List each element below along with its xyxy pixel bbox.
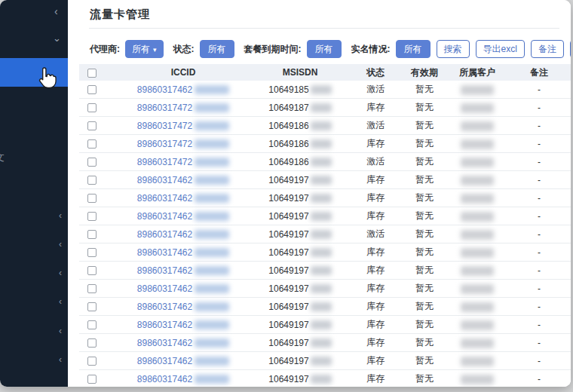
iccid-link[interactable]: 89860317462	[137, 211, 192, 222]
filter-bar: 代理商: 所有▾ 状态: 所有 套餐到期时间: 所有 实名情况: 所有 搜索 导…	[90, 40, 559, 58]
msisdn-redacted-blur	[311, 375, 332, 384]
iccid-link[interactable]: 89860317462	[137, 84, 192, 95]
table-row[interactable]: 89860317472 10649186 库存 暂无 -	[79, 135, 571, 153]
customer-redacted-blur	[461, 375, 494, 384]
chevron-left-icon[interactable]: ‹	[56, 355, 65, 364]
col-header-iccid: ICCID	[115, 67, 251, 78]
table-row[interactable]: 89860317472 10649186 激活 暂无 -	[79, 153, 571, 171]
table-row[interactable]: 89860317462 10649197 库存 暂无 -	[79, 352, 571, 370]
chevron-left-icon[interactable]: ‹	[56, 240, 65, 249]
realname-filter-label: 实名情况:	[351, 43, 391, 56]
table-row[interactable]: 89860317462 10649197 库存 暂无 -	[79, 171, 571, 189]
row-checkbox[interactable]	[87, 121, 97, 130]
search-button[interactable]: 搜索	[437, 40, 470, 58]
customer-redacted-blur	[461, 302, 494, 312]
card-table: ICCID MSISDN 状态 有效期 所属客户 备注 89860317462 …	[79, 64, 571, 387]
agent-filter-select[interactable]: 所有▾	[125, 40, 164, 58]
select-all-checkbox[interactable]	[87, 69, 97, 78]
row-checkbox[interactable]	[87, 284, 97, 293]
iccid-link[interactable]: 89860317462	[137, 193, 192, 204]
validity-value: 暂无	[402, 300, 447, 313]
customer-redacted-blur	[461, 85, 494, 95]
table-row[interactable]: 89860317462 10649197 库存 暂无 -	[79, 334, 571, 352]
iccid-link[interactable]: 89860317462	[137, 247, 192, 258]
status-value: 库存	[349, 336, 402, 349]
table-row[interactable]: 89860317462 10649197 激活 暂无 -	[79, 225, 571, 243]
chevron-left-icon[interactable]: ‹	[56, 268, 65, 277]
expire-filter-input[interactable]: 所有	[307, 40, 342, 58]
iccid-link[interactable]: 89860317472	[137, 139, 192, 149]
table-row[interactable]: 89860317462 10649197 库存 暂无 -	[79, 298, 571, 316]
row-checkbox[interactable]	[87, 158, 97, 167]
remark-value: -	[507, 121, 571, 131]
iccid-link[interactable]: 89860317472	[137, 103, 192, 113]
chevron-left-icon[interactable]: ‹	[56, 297, 65, 306]
msisdn-redacted-blur	[311, 338, 332, 348]
row-checkbox[interactable]	[87, 338, 97, 348]
row-checkbox[interactable]	[87, 248, 97, 257]
export-excel-button[interactable]: 导出excl	[476, 40, 525, 58]
msisdn-value: 10649197	[268, 175, 308, 185]
customer-redacted-blur	[461, 158, 494, 167]
table-row[interactable]: 89860317462 10649197 库存 暂无 -	[79, 262, 571, 280]
msisdn-redacted-blur	[311, 302, 332, 311]
iccid-link[interactable]: 89860317462	[137, 175, 192, 185]
row-checkbox[interactable]	[87, 85, 97, 94]
validity-value: 暂无	[402, 155, 447, 168]
table-row[interactable]: 89860317462 10649197 库存 暂无 -	[79, 280, 571, 298]
iccid-link[interactable]: 89860317462	[137, 338, 192, 348]
row-checkbox[interactable]	[87, 375, 97, 384]
table-row[interactable]: 89860317462 10649197 库存 暂无 -	[79, 189, 571, 207]
msisdn-redacted-blur	[311, 194, 332, 203]
table-row[interactable]: 89860317462 10649197 库存 暂无 -	[79, 316, 571, 334]
table-header: ICCID MSISDN 状态 有效期 所属客户 备注	[79, 64, 571, 81]
iccid-link[interactable]: 89860317462	[137, 265, 192, 276]
row-checkbox[interactable]	[87, 357, 97, 366]
validity-value: 暂无	[402, 372, 447, 385]
main-content: 流量卡管理 代理商: 所有▾ 状态: 所有 套餐到期时间: 所有 实名情况: 所…	[68, 0, 571, 387]
table-row[interactable]: 89860317462 10649185 激活 暂无 -	[79, 81, 571, 99]
iccid-link[interactable]: 89860317472	[137, 121, 192, 131]
row-checkbox[interactable]	[87, 103, 97, 112]
table-row[interactable]: 89860317462 10649197 库存 暂无 -	[79, 243, 571, 262]
recharge-button[interactable]: 充值	[570, 40, 571, 58]
validity-value: 暂无	[402, 191, 447, 204]
remark-button[interactable]: 备注	[531, 40, 564, 58]
row-checkbox[interactable]	[87, 194, 97, 203]
chevron-left-icon[interactable]: ‹	[56, 211, 65, 220]
iccid-link[interactable]: 89860317462	[137, 302, 192, 312]
iccid-link[interactable]: 89860317462	[137, 374, 192, 384]
remark-value: -	[507, 229, 571, 240]
iccid-link[interactable]: 89860317462	[137, 229, 192, 240]
table-row[interactable]: 89860317462 10649197 库存 暂无 -	[79, 370, 571, 387]
table-row[interactable]: 89860317462 10649197 库存 暂无 -	[79, 207, 571, 225]
row-checkbox[interactable]	[87, 139, 97, 149]
validity-value: 暂无	[402, 173, 447, 186]
table-row[interactable]: 89860317472 10649187 库存 暂无 -	[79, 99, 571, 117]
iccid-link[interactable]: 89860317462	[137, 283, 192, 294]
table-body: 89860317462 10649185 激活 暂无 - 89860317472…	[79, 81, 571, 387]
realname-filter-button[interactable]: 所有	[396, 40, 431, 58]
status-filter-button[interactable]: 所有	[200, 40, 234, 58]
table-row[interactable]: 89860317472 10649186 激活 暂无 -	[79, 117, 571, 135]
row-checkbox[interactable]	[87, 212, 97, 221]
remark-value: -	[507, 338, 571, 348]
validity-value: 暂无	[402, 246, 447, 259]
status-filter-label: 状态:	[173, 43, 195, 56]
iccid-redacted-blur	[195, 212, 229, 221]
iccid-link[interactable]: 89860317472	[137, 157, 192, 167]
row-checkbox[interactable]	[87, 266, 97, 275]
customer-redacted-blur	[461, 139, 494, 149]
row-checkbox[interactable]	[87, 230, 97, 239]
status-value: 库存	[349, 101, 402, 114]
row-checkbox[interactable]	[87, 302, 97, 311]
customer-redacted-blur	[461, 320, 494, 330]
iccid-redacted-blur	[195, 338, 229, 348]
iccid-link[interactable]: 89860317462	[137, 356, 192, 366]
remark-value: -	[507, 374, 571, 384]
iccid-link[interactable]: 89860317462	[137, 320, 192, 330]
chevron-left-icon[interactable]: ‹	[56, 326, 65, 335]
row-checkbox[interactable]	[87, 176, 97, 185]
row-checkbox[interactable]	[87, 320, 97, 329]
remark-value: -	[507, 320, 571, 330]
